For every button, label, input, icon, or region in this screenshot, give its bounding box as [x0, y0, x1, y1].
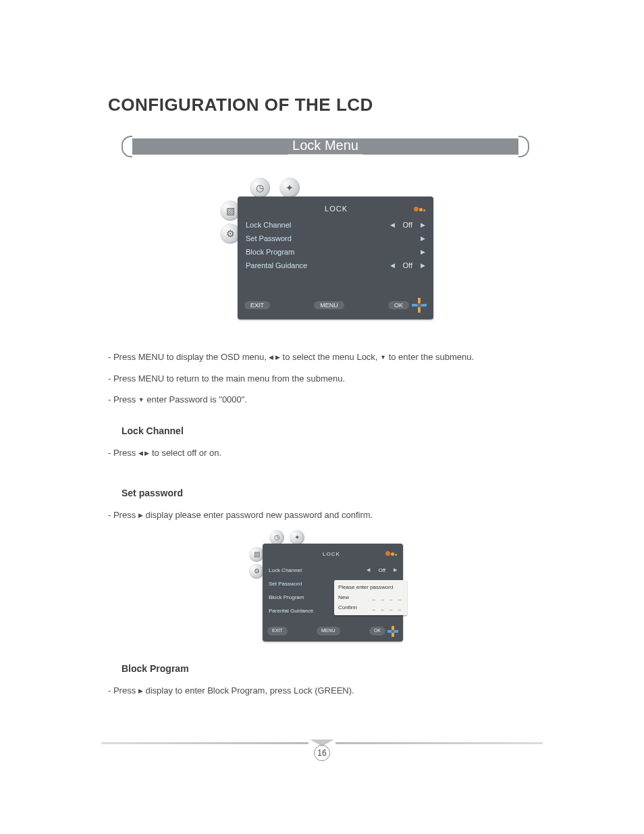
osd-row-label: Block Program — [246, 248, 344, 256]
tab-icon-picture: ▧ — [249, 547, 264, 562]
pill-label: Lock Menu — [288, 138, 363, 155]
instructions-block: - Press MENU to display the OSD menu, ◀ … — [108, 350, 543, 697]
tab-icon-option: ✦ — [279, 178, 300, 198]
subhead-block-program: Block Program — [122, 662, 543, 676]
osd-row-label: Lock Channel — [269, 567, 339, 575]
decor-dots-icon — [385, 550, 397, 558]
pill-bar: Lock Menu — [132, 138, 518, 155]
dpad-icon[interactable] — [412, 298, 427, 313]
dpad-icon[interactable] — [387, 626, 398, 637]
instruction-line: - Press ▶ display to enter Block Program… — [108, 684, 543, 698]
menu-button[interactable]: MENU — [314, 301, 344, 309]
osd-lock-menu-small: ◷ ✦ ▧ 🔒 ⚙ LOCK Lock C — [248, 530, 403, 642]
right-arrow-icon[interactable]: ▶ — [421, 262, 425, 269]
ok-button[interactable]: OK — [388, 301, 409, 309]
page-title: CONFIGURATION OF THE LCD — [108, 95, 543, 115]
osd-lock-menu: ◷ ✦ ▧ 🔒 ⚙ LOCK Lock Channel ◀ — [217, 178, 433, 319]
osd-row-value: Off — [403, 261, 412, 269]
password-new-field[interactable]: _ _ _ _ — [373, 594, 403, 602]
osd-panel-small: LOCK Lock Channel ◀ Off ▶ Set Password — [263, 544, 403, 642]
osd-row-lock-channel[interactable]: Lock Channel ◀ Off ▶ — [244, 218, 427, 232]
osd-row-label: Parental Guidance — [246, 261, 344, 269]
osd-row-block-program[interactable]: Block Program ▶ — [244, 245, 427, 259]
tab-icon-option: ✦ — [290, 530, 304, 545]
subhead-set-password: Set password — [122, 486, 543, 500]
instruction-line: - Press ◀ ▶ to select off or on. — [108, 446, 543, 460]
popup-title: Please enter password — [338, 583, 403, 592]
osd-row-label: Lock Channel — [246, 221, 344, 229]
manual-page: CONFIGURATION OF THE LCD Lock Menu ◷ ✦ ▧… — [0, 0, 644, 834]
instruction-line: - Press ▼ enter Password is "0000". — [108, 393, 543, 407]
osd-header-title: LOCK — [259, 205, 413, 213]
leftright-arrow-icon: ◀ ▶ — [138, 450, 150, 457]
right-arrow-icon[interactable]: ▶ — [421, 235, 425, 242]
osd-row-value: Off — [378, 567, 385, 575]
page-number: 16 — [314, 745, 330, 761]
right-arrow-icon[interactable]: ▶ — [421, 221, 425, 228]
leftright-arrow-icon: ◀ ▶ — [269, 354, 280, 361]
popup-new-label: New — [338, 594, 349, 602]
right-arrow-icon[interactable]: ▶ — [421, 249, 425, 255]
osd-panel: LOCK Lock Channel ◀ Off ▶ Set Password ▶ — [238, 197, 433, 319]
ok-button[interactable]: OK — [369, 627, 385, 635]
osd-row-lock-channel[interactable]: Lock Channel ◀ Off ▶ — [267, 564, 398, 577]
right-arrow-icon: ▶ — [138, 687, 143, 694]
subhead-lock-channel: Lock Channel — [122, 424, 543, 438]
osd-row-set-password[interactable]: Set Password ▶ — [244, 232, 427, 245]
left-arrow-icon[interactable]: ◀ — [367, 567, 370, 574]
exit-button[interactable]: EXIT — [267, 627, 288, 635]
pill-end-left — [122, 136, 132, 157]
instruction-line: - Press MENU to return to the main menu … — [108, 372, 543, 386]
osd-row-value: Off — [403, 221, 412, 229]
instruction-line: - Press MENU to display the OSD menu, ◀ … — [108, 350, 543, 364]
right-arrow-icon: ▶ — [138, 512, 143, 519]
tab-icon-setup: ⚙ — [249, 564, 264, 579]
password-popup: Please enter password New _ _ _ _ Confir… — [334, 580, 407, 615]
pill-end-right — [518, 136, 529, 157]
tab-icon-time: ◷ — [269, 530, 284, 545]
left-arrow-icon[interactable]: ◀ — [390, 262, 395, 269]
tab-icon-time: ◷ — [250, 178, 270, 198]
right-arrow-icon[interactable]: ▶ — [394, 567, 397, 574]
popup-confirm-label: Confirm — [338, 604, 357, 612]
exit-button[interactable]: EXIT — [244, 301, 270, 309]
decor-dots-icon — [413, 205, 425, 213]
password-confirm-field[interactable]: _ _ _ _ — [373, 604, 403, 612]
osd-header-title: LOCK — [278, 550, 385, 558]
osd-row-parental-guidance[interactable]: Parental Guidance ◀ Off ▶ — [244, 259, 427, 272]
menu-button[interactable]: MENU — [317, 627, 340, 635]
down-arrow-icon: ▼ — [380, 354, 386, 361]
left-arrow-icon[interactable]: ◀ — [390, 221, 395, 228]
osd-row-label: Set Password — [246, 234, 344, 242]
instruction-line: - Press ▶ display please enter password … — [108, 509, 543, 522]
down-arrow-icon: ▼ — [138, 396, 144, 403]
section-header-pill: Lock Menu — [122, 136, 529, 157]
